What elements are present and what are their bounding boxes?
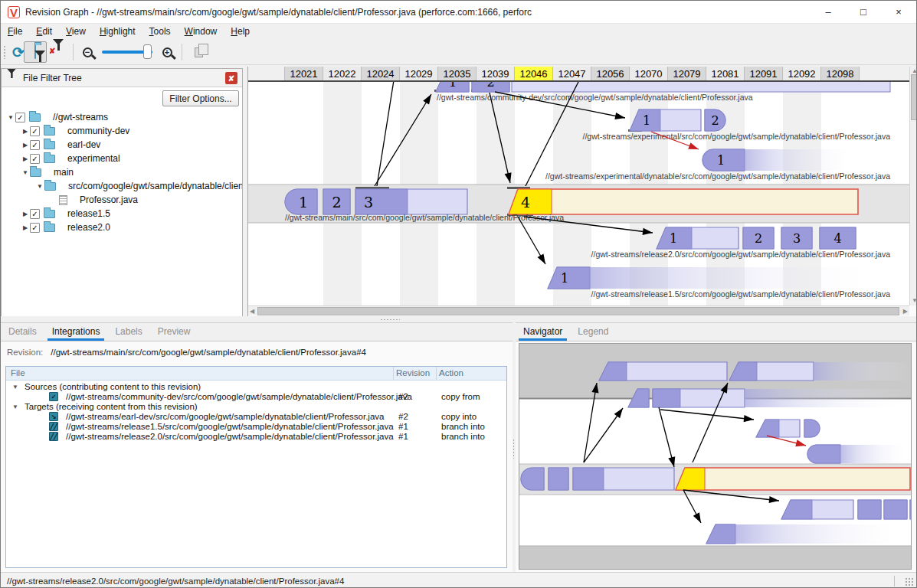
changelist-12024[interactable]: 12024 — [362, 67, 400, 80]
graph-horizontal-scrollbar[interactable]: ◀ ▶ — [248, 305, 909, 315]
chevron-expanded-icon[interactable]: ▼ — [12, 384, 18, 390]
menu-view[interactable]: View — [59, 24, 93, 38]
menu-help[interactable]: Help — [224, 24, 257, 38]
chevron-expanded-icon[interactable]: ▼ — [35, 183, 44, 190]
navigator-minimap[interactable] — [519, 343, 912, 570]
graph-canvas[interactable]: 12//gwt-streams/community-dev/src/com/go… — [248, 82, 909, 305]
vertical-scroll-thumb[interactable] — [911, 74, 917, 120]
clear-filter-button[interactable]: ✘ — [48, 41, 68, 63]
integration-row[interactable]: ✓//gwt-streams/community-dev/src/com/goo… — [6, 392, 506, 402]
tree-checkbox[interactable]: ✓ — [30, 140, 40, 150]
tab-preview[interactable]: Preview — [150, 323, 198, 341]
changelist-12070[interactable]: 12070 — [630, 67, 668, 80]
tab-integrations[interactable]: Integrations — [44, 323, 108, 341]
changelist-12056[interactable]: 12056 — [591, 67, 630, 80]
changelist-12081[interactable]: 12081 — [706, 67, 745, 80]
tree-item-src-com-google-gwt-sample-dynatable-client[interactable]: ▼src/com/google/gwt/sample/dynatable/cli… — [2, 179, 242, 193]
menu-window[interactable]: Window — [178, 24, 224, 38]
tree-checkbox[interactable]: ✓ — [30, 223, 40, 233]
changelist-12047[interactable]: 12047 — [553, 67, 591, 80]
revision-tail-minimap-dark[interactable] — [884, 500, 907, 519]
zoom-in-button[interactable]: + — [157, 41, 177, 63]
revision-tail-minimap-dark[interactable] — [521, 468, 544, 490]
menu-highlight[interactable]: Highlight — [93, 24, 142, 38]
chevron-expanded-icon[interactable]: ▼ — [12, 403, 18, 410]
column-action[interactable]: Action — [439, 368, 463, 377]
revision-tail-minimap-dark[interactable] — [807, 445, 840, 463]
chevron-collapsed-icon[interactable]: ▶ — [21, 211, 30, 217]
resize-grip[interactable] — [905, 577, 914, 586]
integration-row[interactable]: ↘//gwt-streams/earl-dev/src/com/google/g… — [6, 412, 506, 422]
changelist-12029[interactable]: 12029 — [400, 67, 438, 80]
menu-edit[interactable]: Edit — [29, 24, 59, 38]
scroll-left-icon[interactable]: ◀ — [250, 309, 254, 315]
tree-checkbox[interactable]: ✓ — [30, 209, 40, 219]
chevron-expanded-icon[interactable]: ▼ — [21, 169, 30, 176]
tree-checkbox[interactable]: ✓ — [15, 113, 25, 122]
tree-checkbox[interactable]: ✓ — [30, 154, 40, 164]
tab-legend[interactable]: Legend — [570, 323, 616, 341]
filter-options-button[interactable]: Filter Options... — [162, 90, 239, 106]
menu-file[interactable]: File — [1, 24, 29, 38]
tree-item-main[interactable]: ▼main — [2, 165, 242, 179]
changelist-12046[interactable]: 12046 — [515, 67, 553, 80]
integration-row[interactable]: ╱╱//gwt-streams/release1.5/src/com/googl… — [6, 422, 506, 432]
chevron-collapsed-icon[interactable]: ▶ — [21, 142, 30, 149]
tree-item--gwt-streams[interactable]: ▼✓//gwt-streams — [2, 110, 242, 124]
changelist-12035[interactable]: 12035 — [438, 67, 477, 80]
horizontal-scroll-thumb[interactable] — [257, 307, 899, 315]
splitter-grip[interactable] — [380, 318, 400, 321]
revision-tail-minimap-dark[interactable] — [573, 468, 604, 490]
menu-tools[interactable]: Tools — [142, 24, 178, 38]
revision-tail-minimap-dark[interactable] — [910, 500, 911, 519]
integration-group-row[interactable]: ▼Targets (receiving content from this re… — [6, 402, 506, 412]
tree-item-experimental[interactable]: ▶✓experimental — [2, 152, 242, 165]
minimize-button[interactable]: – — [811, 1, 846, 24]
changelist-12022[interactable]: 12022 — [323, 67, 362, 80]
integration-group-row[interactable]: ▼Sources (contributing content to this r… — [6, 382, 506, 392]
chevron-collapsed-icon[interactable]: ▶ — [21, 224, 30, 231]
integration-row[interactable]: ╱╱//gwt-streams/release2.0/src/com/googl… — [6, 432, 506, 442]
maximize-button[interactable]: □ — [846, 1, 881, 24]
tree-item-earl-dev[interactable]: ▶✓earl-dev — [2, 138, 242, 152]
tab-details[interactable]: Details — [1, 323, 44, 341]
scroll-right-icon[interactable]: ▶ — [903, 309, 908, 315]
zoom-slider-handle[interactable] — [143, 44, 152, 59]
revision-tail-minimap[interactable] — [676, 468, 910, 490]
chevron-expanded-icon[interactable]: ▼ — [6, 114, 15, 121]
column-file[interactable]: File — [11, 368, 25, 377]
chevron-collapsed-icon[interactable]: ▶ — [21, 128, 30, 135]
horizontal-splitter[interactable] — [1, 316, 916, 322]
changelist-12092[interactable]: 12092 — [783, 67, 821, 80]
tab-labels[interactable]: Labels — [107, 323, 149, 341]
tree-item-release2.0[interactable]: ▶✓release2.0 — [2, 220, 242, 234]
changelist-12091[interactable]: 12091 — [745, 67, 783, 80]
zoom-out-button[interactable]: − — [77, 41, 97, 63]
filter-panel-close-icon[interactable]: ✘ — [225, 72, 237, 84]
file-filter-tree-button[interactable] — [24, 41, 47, 63]
graph-vertical-scrollbar[interactable]: ▲ ▼ — [909, 67, 917, 305]
column-revision[interactable]: Revision — [396, 368, 430, 377]
revision-tail-minimap-dark[interactable] — [804, 420, 820, 437]
chevron-collapsed-icon[interactable]: ▶ — [21, 155, 30, 162]
integrations-table-header[interactable]: File Revision Action — [6, 367, 506, 381]
tree-checkbox[interactable]: ✓ — [30, 126, 40, 136]
scroll-up-icon[interactable]: ▲ — [912, 68, 917, 74]
changelist-12079[interactable]: 12079 — [668, 67, 706, 80]
toolbar-grip[interactable] — [3, 45, 6, 59]
revision-box-main-4[interactable] — [509, 189, 858, 214]
revision-tail-minimap-dark[interactable] — [858, 500, 881, 519]
tab-navigator[interactable]: Navigator — [516, 323, 570, 341]
tree-item-professor.java[interactable]: Professor.java — [2, 193, 242, 207]
close-button[interactable]: × — [881, 1, 916, 24]
changelist-12039[interactable]: 12039 — [477, 67, 515, 80]
revision-tail-minimap-dark[interactable] — [549, 468, 568, 490]
toolbar: ⟳ ✘ − + — [1, 39, 916, 65]
scroll-down-icon[interactable]: ▼ — [912, 298, 917, 304]
changelist-12021[interactable]: 12021 — [285, 67, 323, 80]
revision-tail-minimap-dark[interactable] — [653, 389, 680, 407]
tree-item-release1.5[interactable]: ▶✓release1.5 — [2, 207, 242, 220]
copy-button[interactable] — [188, 41, 209, 63]
tree-item-community-dev[interactable]: ▶✓community-dev — [2, 124, 242, 138]
changelist-12098[interactable]: 12098 — [821, 67, 860, 80]
